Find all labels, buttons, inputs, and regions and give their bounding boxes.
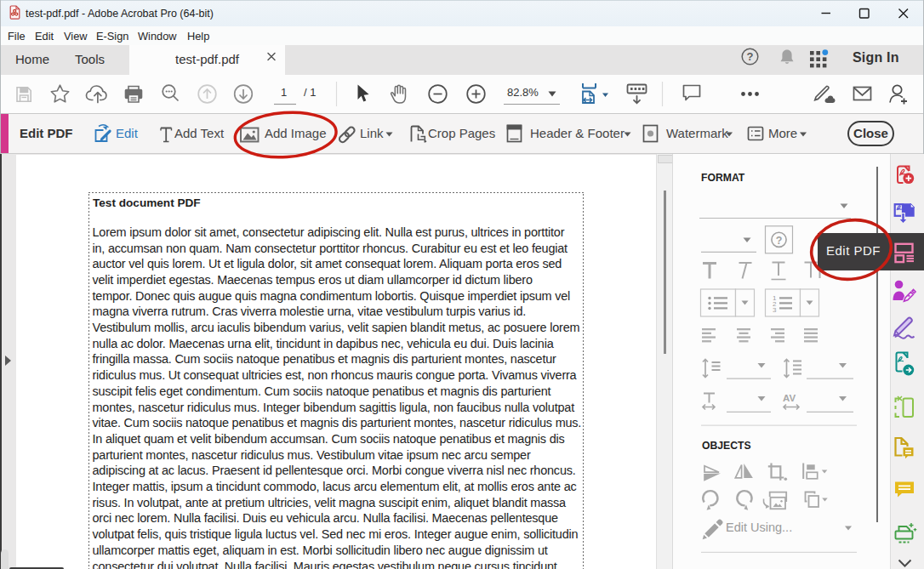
- svg-text:?: ?: [747, 50, 754, 63]
